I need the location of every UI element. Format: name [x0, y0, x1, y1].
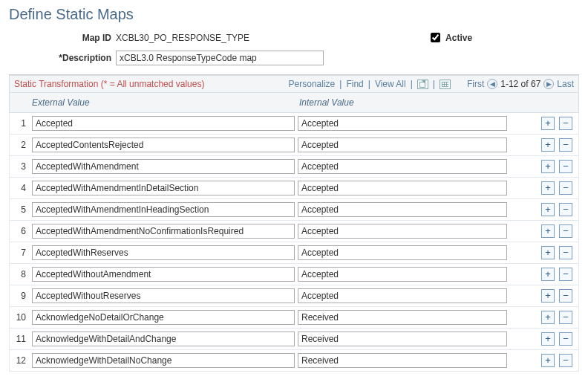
internal-value-input[interactable] [298, 288, 507, 303]
description-label: *Description [9, 53, 111, 63]
internal-value-input[interactable] [298, 181, 507, 195]
table-row: 11+− [9, 329, 579, 350]
external-value-input[interactable] [32, 288, 295, 303]
internal-value-input[interactable] [298, 353, 507, 368]
external-value-input[interactable] [32, 116, 295, 131]
internal-value-input[interactable] [298, 224, 507, 239]
add-row-button[interactable]: + [541, 117, 555, 130]
grid: Static Transformation (* = All unmatched… [9, 74, 579, 372]
delete-row-button[interactable]: − [559, 311, 572, 324]
external-value-input[interactable] [32, 353, 295, 368]
active-checkbox[interactable] [431, 33, 440, 42]
add-row-button[interactable]: + [541, 354, 555, 367]
page-title: Define Static Maps [9, 6, 579, 23]
add-row-button[interactable]: + [541, 311, 555, 324]
delete-row-button[interactable]: − [559, 246, 572, 259]
row-number: 11 [14, 334, 29, 344]
row-number: 3 [14, 161, 29, 172]
active-checkbox-wrap[interactable]: Active [428, 30, 472, 45]
row-number: 1 [14, 118, 29, 129]
external-value-input[interactable] [32, 181, 295, 195]
internal-value-input[interactable] [298, 310, 507, 325]
table-row: 6+− [9, 221, 579, 242]
col-header-external[interactable]: External Value [29, 97, 296, 108]
delete-row-button[interactable]: − [559, 203, 572, 216]
add-row-button[interactable]: + [541, 160, 555, 173]
external-value-input[interactable] [32, 159, 295, 174]
last-link[interactable]: Last [557, 79, 574, 89]
row-number: 4 [14, 183, 29, 193]
add-row-button[interactable]: + [541, 289, 555, 303]
delete-row-button[interactable]: − [559, 354, 572, 367]
internal-value-input[interactable] [298, 138, 507, 152]
internal-value-input[interactable] [298, 202, 507, 217]
external-value-input[interactable] [32, 267, 295, 282]
delete-row-button[interactable]: − [559, 160, 572, 173]
delete-row-button[interactable]: − [559, 224, 572, 238]
row-number: 5 [14, 204, 29, 215]
add-row-button[interactable]: + [541, 203, 555, 216]
personalize-link[interactable]: Personalize [289, 79, 336, 89]
table-row: 2+− [9, 135, 579, 156]
add-row-button[interactable]: + [541, 332, 555, 346]
row-count: 1-12 of 67 [500, 79, 540, 89]
add-row-button[interactable]: + [541, 268, 555, 281]
row-number: 6 [14, 226, 29, 236]
description-input[interactable] [116, 51, 324, 65]
internal-value-input[interactable] [298, 245, 507, 260]
delete-row-button[interactable]: − [559, 332, 572, 346]
internal-value-input[interactable] [298, 159, 507, 174]
col-header-internal[interactable]: Internal Value [296, 97, 510, 108]
column-header-row: External Value Internal Value [9, 93, 579, 113]
separator: | [411, 79, 413, 89]
table-row: 12+− [9, 350, 579, 372]
internal-value-input[interactable] [298, 116, 507, 131]
find-link[interactable]: Find [346, 79, 363, 89]
map-id-value: XCBL30_PO_RESPONSE_TYPE [116, 33, 249, 43]
external-value-input[interactable] [32, 202, 295, 217]
delete-row-button[interactable]: − [559, 181, 572, 195]
delete-row-button[interactable]: − [559, 268, 572, 281]
table-row: 8+− [9, 264, 579, 285]
external-value-input[interactable] [32, 138, 295, 152]
row-number: 8 [14, 269, 29, 279]
external-value-input[interactable] [32, 332, 295, 346]
table-row: 5+− [9, 199, 579, 221]
grid-body: 1+−2+−3+−4+−5+−6+−7+−8+−9+−10+−11+−12+− [9, 113, 579, 372]
delete-row-button[interactable]: − [559, 138, 572, 152]
grid-header: Static Transformation (* = All unmatched… [9, 75, 579, 93]
grid-title: Static Transformation (* = All unmatched… [14, 79, 204, 89]
form-area: Map ID XCBL30_PO_RESPONSE_TYPE Active *D… [9, 30, 579, 65]
map-id-label: Map ID [9, 33, 111, 43]
external-value-input[interactable] [32, 224, 295, 239]
zoom-icon[interactable] [417, 80, 428, 89]
internal-value-input[interactable] [298, 267, 507, 282]
separator: | [368, 79, 370, 89]
external-value-input[interactable] [32, 245, 295, 260]
separator: | [339, 79, 342, 89]
add-row-button[interactable]: + [541, 224, 555, 238]
prev-icon[interactable]: ◀ [487, 79, 497, 89]
delete-row-button[interactable]: − [559, 289, 572, 303]
table-row: 7+− [9, 242, 579, 264]
row-number: 2 [14, 140, 29, 150]
table-row: 10+− [9, 307, 579, 329]
download-icon[interactable] [440, 80, 451, 89]
next-icon[interactable]: ▶ [543, 79, 554, 89]
row-number: 10 [14, 312, 29, 323]
row-number: 7 [14, 248, 29, 258]
row-number: 9 [14, 291, 29, 301]
row-number: 12 [14, 355, 29, 366]
external-value-input[interactable] [32, 310, 295, 325]
first-link[interactable]: First [467, 79, 484, 89]
view-all-link[interactable]: View All [375, 79, 406, 89]
table-row: 9+− [9, 285, 579, 307]
add-row-button[interactable]: + [541, 246, 555, 259]
internal-value-input[interactable] [298, 332, 507, 346]
add-row-button[interactable]: + [541, 138, 555, 152]
col-header-rownum [14, 97, 29, 108]
delete-row-button[interactable]: − [559, 117, 572, 130]
active-label: Active [445, 33, 472, 43]
add-row-button[interactable]: + [541, 181, 555, 195]
table-row: 3+− [9, 156, 579, 178]
